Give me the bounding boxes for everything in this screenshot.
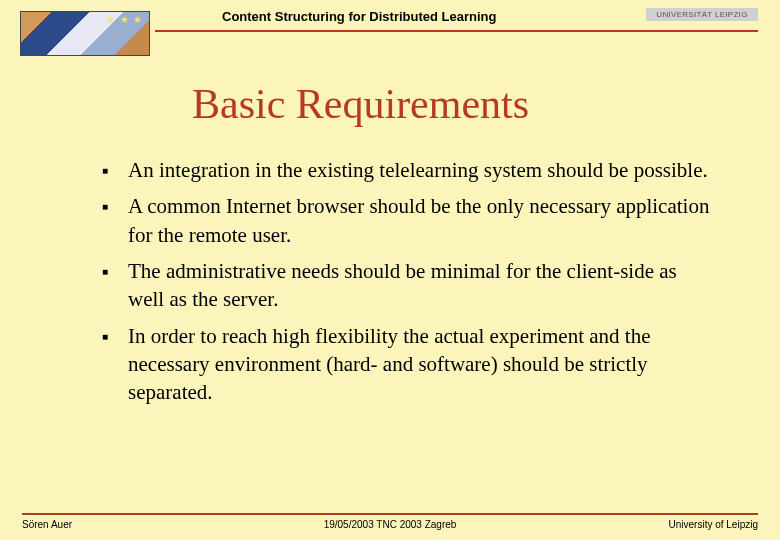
bullet-text: The administrative needs should be minim… [128, 257, 718, 314]
bullet-text: A common Internet browser should be the … [128, 192, 718, 249]
header: ★ ★ ★ Content Structuring for Distribute… [0, 0, 780, 58]
bullet-icon: ■ [102, 322, 128, 342]
header-rule [155, 30, 758, 32]
list-item: ■ The administrative needs should be min… [102, 257, 718, 314]
footer-author: Sören Auer [22, 519, 172, 530]
list-item: ■ A common Internet browser should be th… [102, 192, 718, 249]
header-thumbnail-image: ★ ★ ★ [20, 11, 150, 56]
footer-rule [22, 513, 758, 515]
running-title: Content Structuring for Distributed Lear… [222, 9, 496, 24]
footer-affiliation: University of Leipzig [608, 519, 758, 530]
bullet-list: ■ An integration in the existing telelea… [102, 156, 718, 407]
bullet-icon: ■ [102, 257, 128, 277]
slide-title: Basic Requirements [192, 80, 780, 128]
institution-badge: UNIVERSITÄT LEIPZIG [646, 8, 758, 21]
footer: Sören Auer 19/05/2003 TNC 2003 Zagreb Un… [0, 513, 780, 530]
list-item: ■ In order to reach high flexibility the… [102, 322, 718, 407]
thumbnail-stars-decoration: ★ ★ ★ [106, 14, 143, 25]
bullet-text: In order to reach high flexibility the a… [128, 322, 718, 407]
list-item: ■ An integration in the existing telelea… [102, 156, 718, 184]
bullet-icon: ■ [102, 156, 128, 176]
bullet-text: An integration in the existing telelearn… [128, 156, 708, 184]
footer-date-venue: 19/05/2003 TNC 2003 Zagreb [172, 519, 608, 530]
bullet-icon: ■ [102, 192, 128, 212]
